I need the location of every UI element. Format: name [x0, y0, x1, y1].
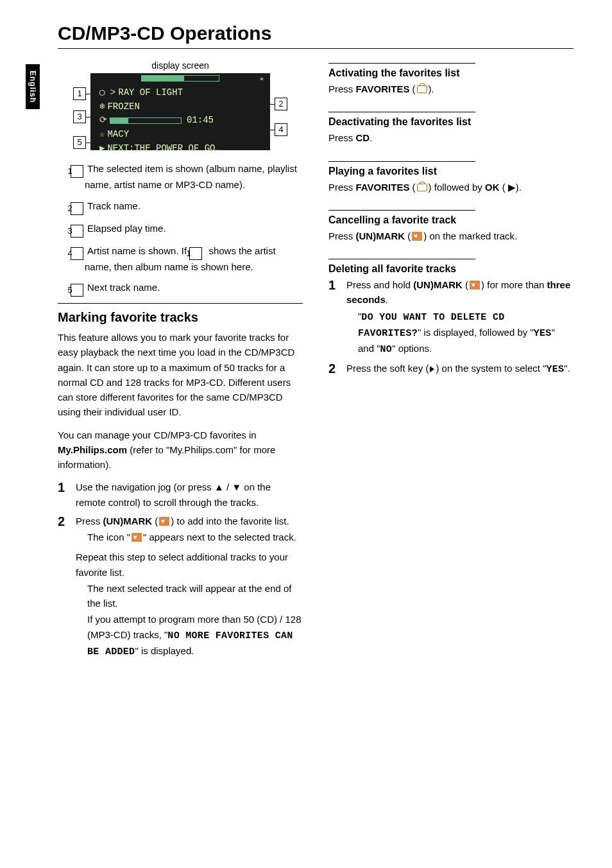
act-d: ). [429, 83, 434, 94]
display-topbar [141, 75, 219, 82]
softkey-icon [430, 366, 434, 372]
legend-5-num: 5 [71, 284, 83, 297]
cancel-b: (UN)MARK [356, 230, 405, 241]
display-wrap: 1 3 5 2 4 ✶ ◯ >RAY OF LIGHT ❄FROZEN ⟳01:… [74, 73, 286, 150]
s2-indent3: If you attempt to program more than 50 (… [87, 612, 303, 659]
favorites-icon-2 [417, 184, 427, 191]
legend-4-ref1: 1 [189, 247, 202, 260]
play-heading: Playing a favorites list [328, 161, 475, 177]
marking-step-1: 1 Use the navigation jog (or press ▲ / ▼… [58, 480, 303, 510]
activate-section: Activating the favorites list Press FAVO… [328, 60, 574, 96]
delete-s2-num: 2 [328, 361, 340, 377]
s2d: ) to add into the favorite list. [171, 516, 289, 526]
callout-2-box: 2 [275, 98, 287, 110]
step-1-num: 1 [58, 480, 69, 510]
act-b: FAVORITES [356, 83, 410, 94]
row1-prefix-icon: ◯ > [99, 87, 115, 98]
language-tab: English [26, 64, 40, 109]
display-row-1: ◯ >RAY OF LIGHT [99, 86, 264, 100]
del-s1-b: (UN)MARK [413, 279, 463, 290]
callout-1-box: 1 [73, 87, 86, 100]
callout-3-box: 3 [73, 110, 86, 123]
s2b: (UN)MARK [103, 516, 153, 526]
row4-prefix-icon: ☆ [99, 129, 105, 139]
display-top-icon: ✶ [260, 74, 264, 85]
legend-2-text: Track name. [87, 200, 140, 211]
marking-p2a: You can manage your CD/MP3-CD favorites … [58, 430, 257, 440]
deact-c: . [370, 132, 372, 143]
display-screen: ✶ ◯ >RAY OF LIGHT ❄FROZEN ⟳01:45 ☆MACY ▶… [90, 73, 270, 150]
deactivate-heading: Deactivating the favorites list [328, 112, 475, 128]
legend-3: 3Elapsed play time. [71, 221, 303, 238]
delete-step-2: 2 Press the soft key () on the system to… [328, 361, 574, 377]
activate-heading: Activating the favorites list [328, 63, 475, 79]
legend-4-text-a: Artist name is shown. If [87, 245, 189, 256]
legend-2-num: 2 [71, 202, 83, 215]
legend-3-num: 3 [71, 225, 83, 238]
play-e: OK [485, 182, 500, 193]
display-row-2: ❄FROZEN [99, 100, 264, 114]
display-row-5: ▶NEXT:THE POWER OF GO… [99, 142, 264, 156]
deact-a: Press [328, 132, 356, 143]
cancel-section: Cancelling a favorite track Press (UN)MA… [328, 207, 574, 243]
s2-ind1a: The icon " [87, 532, 130, 542]
legend-4-num: 4 [71, 247, 83, 260]
display-row-4: ☆MACY [99, 128, 264, 142]
cancel-c: ( [405, 230, 411, 241]
s2c: ( [152, 516, 158, 526]
columns: display screen 1 3 5 2 4 ✶ ◯ >RAY OF LIG… [58, 60, 574, 663]
legend-2: 2Track name. [71, 199, 303, 215]
page-title: CD/MP3-CD Operations [58, 22, 574, 44]
right-column: Activating the favorites list Press FAVO… [328, 60, 574, 663]
step-2-text: Press (UN)MARK () to add into the favori… [76, 514, 303, 659]
legend-5: 5Next track name. [71, 281, 303, 297]
ds1f: NO [380, 344, 393, 355]
legend-5-text: Next track name. [87, 282, 160, 293]
progress-icon: ⟳ [99, 115, 107, 125]
step-2-num: 2 [58, 514, 69, 659]
s2-indent2: The next selected track will appear at t… [87, 581, 303, 611]
marking-step-2: 2 Press (UN)MARK () to add into the favo… [58, 514, 303, 659]
del-s2-c: YES [546, 364, 564, 375]
display-row2-text: FROZEN [107, 101, 139, 112]
legend-1-num: 1 [71, 165, 83, 178]
callout-5-box: 5 [73, 136, 86, 149]
play-b: FAVORITES [356, 182, 410, 193]
s2-ind3c: " is displayed. [135, 645, 194, 656]
deact-b: CD [356, 132, 370, 143]
del-s1-c: ( [463, 279, 468, 290]
unmark-icon [159, 517, 169, 526]
delete-section: Deleting all favorite tracks 1 Press and… [328, 256, 574, 378]
play-text: Press FAVORITES () followed by OK ( ▶). [328, 180, 574, 195]
row2-prefix-icon: ❄ [99, 101, 105, 112]
cancel-heading: Cancelling a favorite track [328, 210, 475, 226]
ds1c: " is displayed, followed by " [418, 327, 534, 338]
marking-heading: Marking favorite tracks [58, 303, 303, 325]
del-s2-d: ". [564, 363, 570, 374]
display-row5-text: NEXT:THE POWER OF GO… [107, 143, 220, 153]
delete-heading: Deleting all favorite tracks [328, 259, 475, 275]
display-row1-text: RAY OF LIGHT [118, 87, 183, 98]
play-d: ) followed by [429, 182, 485, 193]
legend-4: 4Artist name is shown. If 1 shows the ar… [71, 244, 303, 275]
track-heart-icon [132, 533, 142, 542]
s2-ind1b: " appears next to the selected track. [143, 532, 296, 542]
step-1-text: Use the navigation jog (or press ▲ / ▼ o… [76, 480, 303, 510]
delete-s2-text: Press the soft key () on the system to s… [346, 361, 574, 377]
unmark-icon-2 [412, 232, 422, 241]
del-s1-a: Press and hold [346, 279, 413, 290]
play-a: Press [328, 182, 356, 193]
ds1g: " options. [392, 343, 432, 354]
display-row-3: ⟳01:45 [99, 114, 264, 128]
left-column: display screen 1 3 5 2 4 ✶ ◯ >RAY OF LIG… [58, 60, 303, 663]
marking-p1: This feature allows you to mark your fav… [58, 330, 303, 420]
callout-4-box: 4 [275, 123, 287, 136]
cancel-d: ) on the marked track. [423, 230, 517, 241]
display-caption: display screen [58, 60, 303, 71]
display-time: 01:45 [187, 115, 214, 125]
unmark-icon-3 [470, 281, 480, 290]
act-c: ( [409, 83, 415, 94]
del-s1-d: ) for more than [481, 279, 547, 290]
display-row4-text: MACY [107, 129, 129, 139]
cancel-text: Press (UN)MARK () on the marked track. [328, 229, 574, 243]
